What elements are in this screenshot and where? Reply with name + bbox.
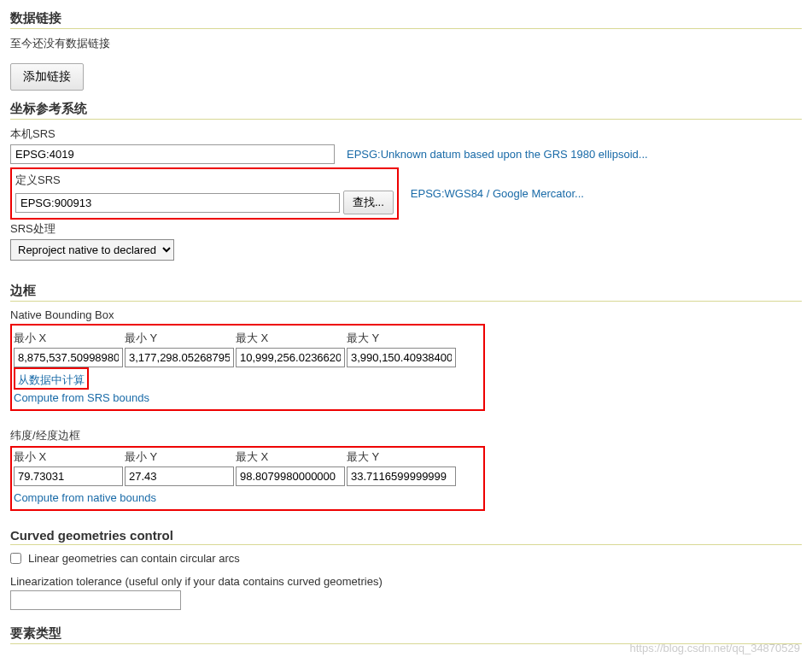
- native-bbox-label: Native Bounding Box: [10, 308, 802, 321]
- circular-arcs-row: Linear geometries can contain circular a…: [10, 552, 802, 565]
- srs-handling-select[interactable]: Reproject native to declared: [10, 239, 174, 261]
- add-link-button[interactable]: 添加链接: [10, 63, 84, 91]
- divider: [10, 643, 802, 644]
- native-srs-row: EPSG:Unknown datum based upon the GRS 19…: [10, 144, 802, 164]
- divider: [10, 544, 802, 545]
- highlight-compute-data: 从数据中计算: [14, 367, 89, 390]
- bbox-header-maxx: 最大 X: [236, 329, 347, 348]
- latlon-maxx-input[interactable]: [236, 466, 345, 486]
- tolerance-input[interactable]: [10, 590, 181, 610]
- native-srs-link[interactable]: EPSG:Unknown datum based upon the GRS 19…: [347, 148, 648, 161]
- tolerance-label: Linearization tolerance (useful only if …: [10, 575, 802, 588]
- divider: [10, 301, 802, 302]
- section-bbox-title: 边框: [10, 283, 802, 299]
- circular-arcs-checkbox[interactable]: [10, 553, 21, 564]
- divider: [10, 119, 802, 120]
- latlon-maxy-input[interactable]: [347, 466, 456, 486]
- bbox-header-maxy: 最大 Y: [347, 329, 458, 348]
- bbox-header-maxx: 最大 X: [236, 448, 347, 466]
- divider: [10, 28, 802, 29]
- section-data-link-title: 数据链接: [10, 10, 802, 26]
- circular-arcs-label: Linear geometries can contain circular a…: [28, 552, 240, 565]
- compute-from-data-link[interactable]: 从数据中计算: [18, 373, 85, 388]
- latlon-miny-input[interactable]: [125, 466, 234, 486]
- native-miny-input[interactable]: [125, 348, 234, 367]
- latlon-bbox-label: 纬度/经度边框: [10, 428, 802, 443]
- bbox-header-minx: 最小 X: [14, 448, 125, 466]
- native-bbox-table: 最小 X 最小 Y 最大 X 最大 Y: [14, 329, 458, 367]
- bbox-header-miny: 最小 Y: [125, 329, 236, 348]
- compute-from-srs-link[interactable]: Compute from SRS bounds: [14, 391, 149, 404]
- native-srs-label: 本机SRS: [10, 126, 802, 142]
- declared-srs-link[interactable]: EPSG:WGS84 / Google Mercator...: [411, 187, 584, 200]
- bbox-header-maxy: 最大 Y: [347, 448, 458, 466]
- compute-from-native-link[interactable]: Compute from native bounds: [14, 491, 156, 504]
- section-curved-title: Curved geometries control: [10, 528, 802, 543]
- native-maxy-input[interactable]: [347, 348, 456, 367]
- declared-srs-label: 定义SRS: [15, 173, 394, 188]
- highlight-latlon-bbox: 最小 X 最小 Y 最大 X 最大 Y Compute from native …: [10, 446, 485, 511]
- native-minx-input[interactable]: [14, 348, 123, 367]
- highlight-declared-srs: 定义SRS 查找...: [10, 167, 399, 220]
- section-feature-type-title: 要素类型: [10, 625, 802, 642]
- declared-srs-input[interactable]: [15, 193, 340, 213]
- native-maxx-input[interactable]: [236, 348, 345, 367]
- bbox-header-minx: 最小 X: [14, 329, 125, 348]
- srs-handling-label: SRS处理: [10, 221, 802, 237]
- highlight-native-bbox: 最小 X 最小 Y 最大 X 最大 Y 从数据中计算 Compute from …: [10, 324, 485, 411]
- data-link-empty: 至今还没有数据链接: [10, 36, 802, 51]
- bbox-header-miny: 最小 Y: [125, 448, 236, 466]
- latlon-minx-input[interactable]: [14, 466, 123, 486]
- latlon-bbox-table: 最小 X 最小 Y 最大 X 最大 Y: [14, 448, 458, 486]
- declared-srs-row: 定义SRS 查找... EPSG:WGS84 / Google Mercator…: [10, 167, 802, 220]
- native-srs-input[interactable]: [10, 144, 335, 164]
- section-crs-title: 坐标参考系统: [10, 101, 802, 117]
- find-srs-button[interactable]: 查找...: [343, 191, 394, 214]
